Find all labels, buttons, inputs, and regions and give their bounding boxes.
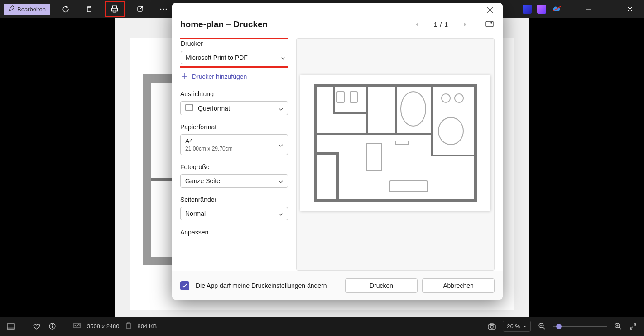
chevron-down-icon <box>281 54 285 61</box>
chevron-down-icon <box>279 141 283 148</box>
filesize-value: 804 KB <box>138 323 157 330</box>
printer-select[interactable]: Microsoft Print to PDF <box>181 51 288 64</box>
info-icon[interactable] <box>48 323 57 330</box>
zoom-in-button[interactable] <box>613 323 622 330</box>
zoom-select[interactable]: 26 % <box>503 321 531 332</box>
dialog-title: home-plan – Drucken <box>180 19 268 29</box>
dimensions-value: 3508 x 2480 <box>87 323 120 330</box>
paper-format-selected-value: A4 <box>185 137 233 145</box>
more-icon[interactable] <box>155 1 172 17</box>
svg-line-34 <box>619 327 621 329</box>
orientation-select[interactable]: Querformat <box>180 101 288 115</box>
close-window-button[interactable] <box>620 0 640 18</box>
orientation-selected-value: Querformat <box>198 105 230 112</box>
svg-point-0 <box>13 6 14 7</box>
page-margins-label: Seitenränder <box>180 196 288 203</box>
chevron-down-icon <box>279 210 283 217</box>
zoom-value: 26 % <box>507 323 520 330</box>
zoom-slider[interactable] <box>553 326 607 327</box>
svg-point-5 <box>160 9 162 10</box>
svg-point-6 <box>163 9 164 10</box>
svg-line-31 <box>543 327 545 329</box>
rotate-icon[interactable] <box>58 1 74 17</box>
fit-page-button[interactable] <box>485 21 494 29</box>
zoom-slider-thumb[interactable] <box>556 324 562 329</box>
page-indicator: 1 / 1 <box>434 21 448 28</box>
dimensions-icon <box>73 323 81 330</box>
print-dialog: home-plan – Drucken 1 / 1 Drucker Micros… <box>172 3 503 300</box>
chevron-down-icon <box>279 105 283 112</box>
app-icon-1[interactable] <box>523 5 532 14</box>
prev-page-button[interactable] <box>410 18 425 31</box>
filesize-icon <box>126 322 131 330</box>
plus-icon <box>182 73 187 80</box>
edit-button[interactable]: Bearbeiten <box>4 4 50 15</box>
photo-size-selected-value: Ganze Seite <box>185 177 220 185</box>
svg-rect-21 <box>7 328 14 329</box>
preview-page <box>300 75 490 211</box>
fit-label: Anpassen <box>180 229 288 236</box>
add-printer-label: Drucker hinzufügen <box>192 73 247 80</box>
print-button[interactable]: Drucken <box>345 278 418 293</box>
allow-settings-checkbox[interactable] <box>180 281 189 290</box>
next-page-button[interactable] <box>457 18 472 31</box>
maximize-button[interactable] <box>599 0 620 18</box>
app-icon-2[interactable] <box>537 5 546 14</box>
share-icon[interactable] <box>132 1 148 17</box>
svg-point-16 <box>491 22 492 23</box>
delete-icon[interactable] <box>81 1 97 17</box>
printer-selected-value: Microsoft Print to PDF <box>186 54 248 61</box>
zoom-out-button[interactable] <box>537 323 546 330</box>
filmstrip-icon[interactable] <box>6 323 15 330</box>
svg-point-24 <box>52 324 53 325</box>
allow-settings-label: Die App darf meine Druckeinstellungen än… <box>196 282 327 289</box>
edit-pencil-icon <box>8 5 14 13</box>
status-bar: 3508 x 2480 804 KB 26 % <box>0 317 644 336</box>
page-margins-selected-value: Normal <box>185 210 206 217</box>
paper-format-select[interactable]: A4 21.00cm x 29.70cm <box>180 134 288 155</box>
cancel-button[interactable]: Abbrechen <box>422 278 495 293</box>
screenshot-icon[interactable] <box>487 323 496 330</box>
photo-size-label: Fotogröße <box>180 163 288 170</box>
paper-format-label: Papierformat <box>180 123 288 131</box>
svg-point-28 <box>490 326 493 328</box>
photo-size-select[interactable]: Ganze Seite <box>180 174 288 188</box>
svg-point-7 <box>166 9 167 10</box>
favorite-icon[interactable] <box>32 323 41 330</box>
printer-label: Drucker <box>181 40 288 47</box>
edit-label: Bearbeiten <box>17 6 46 13</box>
onedrive-icon[interactable] <box>552 5 562 13</box>
fullscreen-button[interactable] <box>629 323 638 330</box>
chevron-down-icon <box>279 177 283 185</box>
page-margins-select[interactable]: Normal <box>180 207 288 220</box>
print-preview <box>296 38 495 271</box>
svg-rect-26 <box>126 324 131 328</box>
minimize-button[interactable] <box>578 0 599 18</box>
paper-format-dimensions: 21.00cm x 29.70cm <box>185 146 233 152</box>
orientation-label: Ausrichtung <box>180 90 288 97</box>
add-printer-button[interactable]: Drucker hinzufügen <box>180 73 288 80</box>
svg-rect-19 <box>186 105 193 110</box>
svg-rect-2 <box>111 8 118 11</box>
landscape-icon <box>185 104 193 112</box>
svg-rect-10 <box>607 7 611 11</box>
svg-rect-15 <box>486 21 493 27</box>
print-icon[interactable] <box>105 1 125 17</box>
